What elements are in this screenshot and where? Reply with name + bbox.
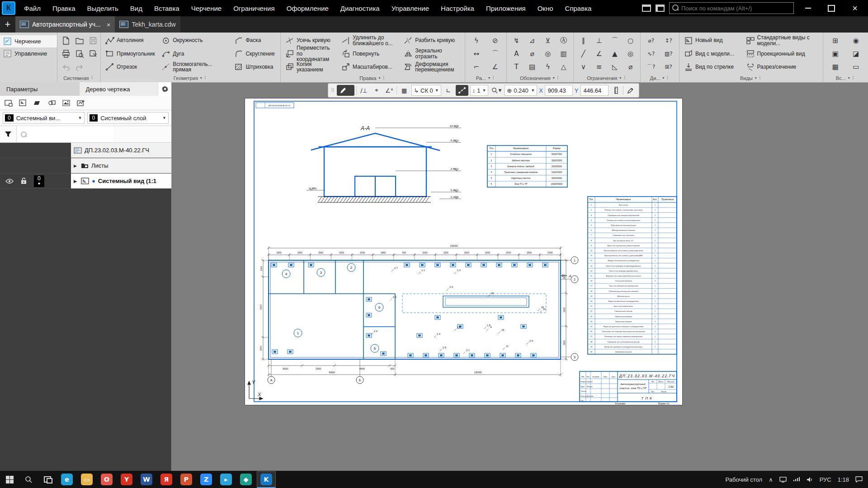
clock[interactable]: 1:18 xyxy=(838,476,849,483)
construction-line-button[interactable]: Вспомогатель... прямая xyxy=(159,61,231,73)
drawing-objects-icon[interactable] xyxy=(48,99,56,107)
y-coordinate-field[interactable] xyxy=(580,85,609,96)
notation-tool-icon[interactable]: ⊿ xyxy=(525,35,539,47)
taskbar-yandex-browser-icon[interactable]: Y xyxy=(121,474,132,485)
menu-item[interactable]: Диагностика xyxy=(335,0,386,16)
taskbar-telegram-icon[interactable]: ▸ xyxy=(220,474,232,485)
redo-button[interactable] xyxy=(74,61,85,73)
ortho-drawing-icon[interactable]: ∟ xyxy=(443,85,454,96)
split-curve-button[interactable]: Разбить кривую xyxy=(401,34,462,47)
ortho-snap-icon[interactable]: ⌖ xyxy=(371,85,382,96)
menu-item[interactable]: Файл xyxy=(18,0,47,16)
macro-icon[interactable] xyxy=(77,99,85,107)
drag-handle-icon[interactable]: ⠇ xyxy=(557,75,560,80)
taskbar-explorer-icon[interactable]: ▭ xyxy=(81,474,93,485)
constraint-tool-icon[interactable]: ∠ xyxy=(592,48,606,60)
new-view-button[interactable]: Новый вид xyxy=(682,34,743,47)
angle-snap-icon[interactable]: ∕⊥ xyxy=(359,85,369,96)
circle-button[interactable]: Окружность xyxy=(159,34,231,47)
chamfer-button[interactable]: Фаска xyxy=(232,34,278,47)
dimension-tool-icon[interactable]: ⌐ xyxy=(470,61,483,73)
taskbar-defender-icon[interactable]: ◆ xyxy=(240,474,252,485)
lock-icon[interactable] xyxy=(21,178,27,184)
start-button[interactable] xyxy=(0,471,19,488)
print-preview-button[interactable] xyxy=(74,48,85,60)
grid-toggle-icon[interactable]: ▦ xyxy=(399,85,410,96)
notation-tool-icon[interactable]: ▥ xyxy=(557,48,571,60)
layer-selector[interactable]: ↕ 1 ▼ xyxy=(470,85,489,96)
maximize-button[interactable] xyxy=(822,1,841,15)
view-from-model-button[interactable]: Вид с модели... xyxy=(682,47,743,60)
menu-item[interactable]: Окно xyxy=(532,0,559,16)
rotate-button[interactable]: Повернуть xyxy=(339,47,401,60)
ribbon-group-label[interactable]: Обозначения▾⠇ xyxy=(507,74,573,82)
layer-icon[interactable] xyxy=(33,99,42,107)
expand-arrow-icon[interactable]: ▶ xyxy=(74,164,78,168)
menu-item[interactable]: Настройка xyxy=(435,0,480,16)
insert-tool-icon[interactable]: ⊞ xyxy=(829,35,842,47)
menu-item[interactable]: Управление xyxy=(386,0,435,16)
taskbar-search-button[interactable] xyxy=(19,471,38,488)
autoline-button[interactable]: Автолиния xyxy=(103,34,158,47)
fillet-button[interactable]: Скругление xyxy=(232,47,278,60)
drag-handle-icon[interactable]: ⠇ xyxy=(623,75,627,80)
drag-handle-icon[interactable]: ⠇ xyxy=(759,75,762,80)
diagnostic-tool-icon[interactable]: ⌒? xyxy=(644,61,658,73)
print-button[interactable] xyxy=(60,48,72,60)
drawing-sheet[interactable]: ДП.23.02.03.М-40.22.ГЧА-А10.0009.0003.55… xyxy=(245,99,682,405)
diagnostic-tool-icon[interactable]: ∿? xyxy=(644,48,658,60)
drag-handle-icon[interactable]: ⠇ xyxy=(852,75,855,80)
diagnostic-tool-icon[interactable]: ⊞? xyxy=(662,61,675,73)
sheet-settings-icon[interactable] xyxy=(5,99,13,107)
toolbar-grip-icon[interactable]: ⠿ xyxy=(331,88,335,94)
ribbon-group-label[interactable]: Ди...▾⠇ xyxy=(641,74,679,82)
mode-management-button[interactable]: Управление xyxy=(0,47,57,60)
constraint-tool-icon[interactable]: ◺ xyxy=(608,61,622,73)
image-icon[interactable] xyxy=(62,99,71,107)
taskbar-kompas-active-icon[interactable]: K xyxy=(257,471,276,488)
standard-views-button[interactable]: Стандартные виды с модели... xyxy=(744,34,821,47)
coordinate-system-selector[interactable]: ↳ СК 0 ▼ xyxy=(411,85,441,96)
menu-item[interactable]: Вставка xyxy=(148,0,185,16)
drag-handle-icon[interactable]: ⠇ xyxy=(204,75,208,80)
desktop-label[interactable]: Рабочий стол xyxy=(726,476,763,483)
ribbon-group-label[interactable]: Вс...▾⠇ xyxy=(823,74,868,82)
ribbon-group-label[interactable]: Системная⠇ xyxy=(57,74,100,82)
new-document-button[interactable] xyxy=(60,35,72,47)
tree-filter-button[interactable] xyxy=(0,126,17,142)
insert-tool-icon[interactable]: ▣ xyxy=(829,48,842,60)
polar-snap-icon[interactable]: ∠° xyxy=(384,85,395,96)
ribbon-group-label[interactable]: Правка▾⠇ xyxy=(281,74,465,82)
segment-button[interactable]: Отрезок xyxy=(103,61,158,73)
tree-search-input[interactable] xyxy=(17,126,113,142)
drag-handle-icon[interactable]: ⠇ xyxy=(666,75,670,80)
ribbon-group-label[interactable]: Ограничения▾⠇ xyxy=(574,74,640,82)
constraint-tool-icon[interactable]: ○ xyxy=(624,35,637,47)
rectangle-button[interactable]: Прямоугольник xyxy=(103,47,158,60)
drag-handle-icon[interactable]: ⠇ xyxy=(382,75,386,80)
diagnostic-tool-icon[interactable]: ↕? xyxy=(662,35,675,47)
insert-tool-icon[interactable]: ▭ xyxy=(849,61,863,73)
diagnostic-tool-icon[interactable]: ⌀? xyxy=(644,35,658,47)
projection-view-button[interactable]: Проекционный вид xyxy=(744,47,821,60)
taskbar-edge-icon[interactable]: e xyxy=(61,474,73,485)
tree-row-system-view[interactable]: 0● ▶ ● Системный вид (1:1 xyxy=(0,174,171,189)
dimension-tool-icon[interactable]: ⌒ xyxy=(488,48,502,60)
close-button[interactable]: × xyxy=(845,1,864,15)
kompas-logo-icon[interactable]: К xyxy=(2,1,15,15)
insert-tool-icon[interactable]: ◉ xyxy=(849,35,863,47)
tray-chevron-up-icon[interactable]: ∧ xyxy=(769,476,773,483)
copy-button[interactable]: Копия указанием xyxy=(283,61,338,73)
taskbar-yandex-icon[interactable]: Я xyxy=(160,474,172,485)
close-tab-icon[interactable]: × xyxy=(107,21,111,28)
insert-tool-icon[interactable]: ◪ xyxy=(849,48,863,60)
snaps-button[interactable] xyxy=(456,85,468,96)
menu-item[interactable]: Оформление xyxy=(281,0,335,16)
constraint-tool-icon[interactable]: ⌀ xyxy=(624,61,637,73)
tray-network-icon[interactable] xyxy=(793,477,800,482)
panel-settings-button[interactable] xyxy=(159,82,171,96)
drag-handle-icon[interactable]: ⠇ xyxy=(492,75,495,80)
notation-tool-icon[interactable]: ⊻ xyxy=(541,35,555,47)
menu-item[interactable]: Вид xyxy=(124,0,148,16)
menu-item[interactable]: Выделить xyxy=(81,0,124,16)
